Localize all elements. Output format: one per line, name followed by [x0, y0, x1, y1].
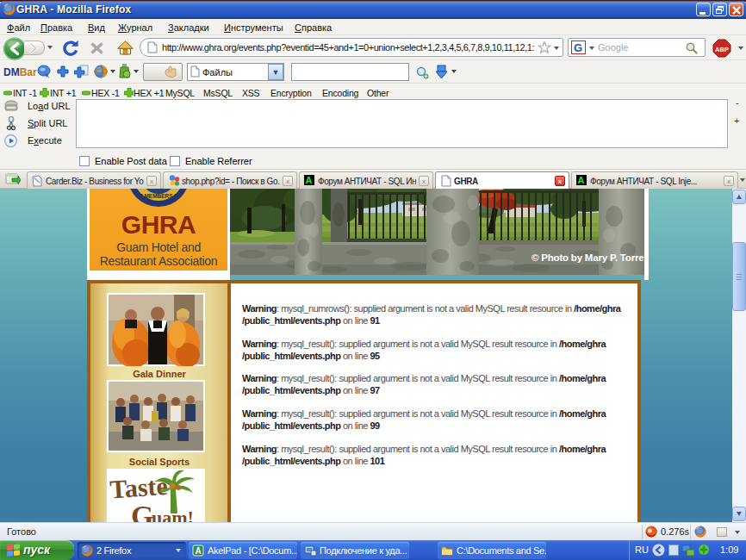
svg-text:A: A	[195, 546, 201, 556]
svg-text:* MEMBERS *: * MEMBERS *	[140, 193, 177, 199]
svg-text:Taste: Taste	[109, 471, 168, 504]
svg-text:uam!: uam!	[152, 507, 194, 522]
svg-text:ABP: ABP	[715, 46, 729, 53]
svg-text:G: G	[131, 500, 153, 522]
svg-text:© Photo by Mary P. Torre: © Photo by Mary P. Torre	[532, 252, 643, 263]
